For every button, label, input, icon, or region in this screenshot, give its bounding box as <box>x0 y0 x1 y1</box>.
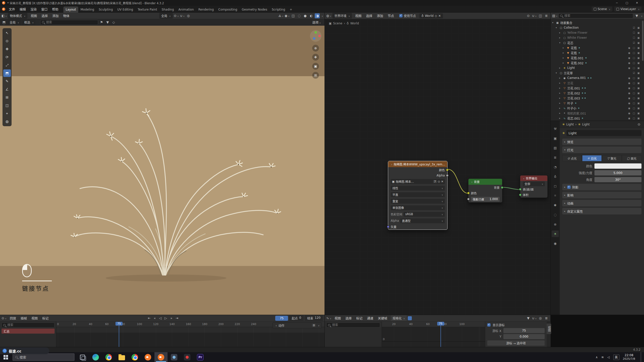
tool-button[interactable]: ✎ <box>3 77 11 85</box>
action-value-field[interactable]: 0 <box>312 324 316 327</box>
expand-arrow-icon[interactable]: ▸ <box>559 67 562 69</box>
menu-item[interactable]: 渲染 <box>28 6 39 13</box>
frame-end-field[interactable]: 结束120 <box>305 315 323 321</box>
use-nodes-checkbox[interactable]: 使用节点 <box>399 14 416 18</box>
shading-wireframe-icon[interactable]: ◌ <box>297 13 302 18</box>
taskbar-app-icon[interactable]: Pr <box>194 352 207 362</box>
filter-funnel-icon[interactable]: ▼ <box>105 20 110 25</box>
properties-tab-icon[interactable]: ⚒ <box>552 125 559 132</box>
expand-arrow-icon[interactable]: ▸ <box>563 62 565 64</box>
image-datablock-field[interactable]: ▣ 拖稀图.稀本… 7 ◇ ✕ <box>391 179 445 184</box>
properties-tab-icon[interactable]: ☀ <box>552 231 559 237</box>
camera-view-icon[interactable]: ▣ <box>312 63 319 70</box>
visibility-toggle-icons[interactable]: ◉ ▢ ▣ <box>628 47 640 49</box>
summary-channel[interactable]: 汇总 <box>2 329 55 334</box>
visibility-toggle-icons[interactable]: ◉ ▢ ▣ <box>628 102 640 105</box>
options-dropdown[interactable]: 选项 <box>310 19 323 26</box>
ime-indicator[interactable]: 英 <box>613 354 619 360</box>
visibility-toggle-icons[interactable]: ◉ ▢ ▣ <box>628 97 640 100</box>
playback-button[interactable]: ◁ <box>158 316 163 321</box>
shading-material-icon[interactable]: ◐ <box>309 13 314 18</box>
visibility-toggle-icons[interactable]: ☐ ▣ <box>633 31 640 34</box>
outliner-row[interactable]: ▸ ▽ 兰花 ◉ ▢ ▣ <box>551 80 641 85</box>
shading-solid-icon[interactable]: ● <box>303 13 308 18</box>
shadow-section-header[interactable]: ▸阴影 <box>562 184 641 190</box>
visibility-toggle-icons[interactable]: ◉ ▢ ▣ <box>628 62 640 64</box>
proportional-editing-icon[interactable]: ◎ <box>538 316 543 321</box>
auto-normalize-toggle[interactable] <box>408 316 412 320</box>
outliner-row[interactable]: ▾ ▢ 花芯 ☑ ▣ <box>551 40 641 45</box>
visibility-toggle-icons[interactable]: ◉ ▢ ▣ <box>628 77 640 79</box>
tool-button[interactable]: ⤢ <box>3 61 11 69</box>
properties-tab-icon[interactable]: ✱ <box>552 202 559 208</box>
pin-icon[interactable]: ⊙ <box>636 122 641 127</box>
preview-section-header[interactable]: ▸预览 <box>562 139 641 145</box>
visibility-toggle-icons[interactable]: ◉ ▢ ▣ <box>628 87 640 89</box>
show-cursor-row[interactable]: 显示游标 <box>487 323 545 327</box>
menu-item[interactable]: 标记 <box>40 315 51 322</box>
expand-arrow-icon[interactable]: ▸ <box>563 52 565 54</box>
outliner-row[interactable]: ▸ ▼ 花苞.001 ∗ ◉ ▢ ▣ <box>551 55 641 60</box>
vector-input-socket[interactable] <box>387 225 389 228</box>
expand-arrow-icon[interactable]: ▸ <box>559 77 562 79</box>
expand-arrow-icon[interactable]: ▸ <box>559 31 562 34</box>
outliner-item-label[interactable]: 兰花.003 <box>567 96 580 100</box>
snap-magnet-icon[interactable]: ∪ <box>180 13 185 18</box>
minimize-button[interactable]: ─ <box>612 0 622 6</box>
outliner-item-label[interactable]: Light <box>567 66 575 70</box>
workspace-tab[interactable]: Scripting <box>269 7 287 13</box>
workspace-tab[interactable]: Modeling <box>78 7 97 13</box>
tool-button[interactable]: ✥ <box>3 45 11 53</box>
tool-button[interactable]: ⟳ <box>3 53 11 61</box>
output-target-dropdown[interactable]: 全部 <box>523 182 545 186</box>
properties-tab-icon[interactable]: ◌ <box>552 211 559 218</box>
workspace-tab[interactable]: Shading <box>159 7 176 13</box>
properties-tab-icon[interactable]: ▤ <box>552 145 559 151</box>
scrollbar[interactable] <box>642 21 643 61</box>
playback-button[interactable]: « <box>152 316 157 321</box>
graph-channels[interactable] <box>325 322 382 347</box>
outliner-item-label[interactable]: 场景集合 <box>560 21 572 25</box>
snap-magnet-icon[interactable]: ∪ <box>532 13 537 18</box>
current-frame-field[interactable]: 75 <box>275 316 288 321</box>
axis-z-dot[interactable] <box>313 37 315 40</box>
properties-tab-icon[interactable]: ⌗ <box>552 192 559 199</box>
taskbar-app-icon[interactable] <box>168 352 181 362</box>
visibility-toggle-icons[interactable]: ◉ ▢ ▣ <box>628 82 640 84</box>
tool-button[interactable]: ⊙ <box>3 37 11 45</box>
playback-button[interactable]: ▷ <box>163 316 168 321</box>
visibility-toggle-icons[interactable]: ◉ ▢ ▣ <box>628 117 640 120</box>
outliner-row[interactable]: ▸ ▼ 花苞 ∗ ◉ ▢ ▣ <box>551 50 641 55</box>
workspace-tab[interactable]: + <box>288 7 295 13</box>
tool-button[interactable]: ◍ <box>3 118 11 125</box>
xray-toggle[interactable]: ◫ <box>291 13 296 18</box>
taskbar-app-icon[interactable] <box>115 352 128 362</box>
axis-x-dot[interactable] <box>318 35 321 37</box>
color-input-socket[interactable] <box>467 192 470 194</box>
menu-item[interactable]: 选择 <box>343 315 354 322</box>
outliner-row[interactable]: ▸ ∿ 花芯.001 ∗ ◉ ▢ ▣ <box>551 116 641 121</box>
cursor-x-field[interactable]: 75 <box>503 328 545 333</box>
outliner-row[interactable]: ▸ ▽ 兰花.001 ∗ ∗ ◉ ▢ ▣ <box>551 85 641 90</box>
pan-icon[interactable]: ✥ <box>312 54 319 61</box>
active-tool-icon[interactable]: ⬒ <box>2 20 7 25</box>
zoom-icon[interactable]: ⊕ <box>312 45 319 52</box>
user-count-badge[interactable]: 7 <box>433 180 437 183</box>
frame-start-field[interactable]: 起点0 <box>289 315 304 321</box>
node-canvas[interactable]: ▣Scene › ♁World 拖稀图.稀本WWW_upscayl_3x_rem… <box>325 19 550 315</box>
node-dropdown[interactable]: 单张图像 <box>391 205 445 210</box>
animation-section-header[interactable]: ▸动画 <box>562 200 641 206</box>
outliner-item-label[interactable]: 相机的家.001 <box>567 111 586 115</box>
menu-item[interactable]: 插帧 <box>18 315 29 322</box>
visibility-toggle-icons[interactable]: ☑ ▣ <box>633 41 640 44</box>
outliner-item-label[interactable]: 花苞.002 <box>571 61 584 65</box>
viewport-3d[interactable]: ◧ 物体模式 视图选择添加物体 全局 ⊙ ∪ ◎ ⟁ ◉ ◫ ◌ ● ◐ ◑ ⬒… <box>0 13 325 315</box>
taskbar-app-icon[interactable] <box>181 352 194 362</box>
menu-item[interactable]: 节点 <box>385 13 396 19</box>
expand-arrow-icon[interactable]: ▸ <box>559 82 562 84</box>
menu-item[interactable]: 选择 <box>39 13 50 19</box>
taskbar-app-icon[interactable] <box>128 352 141 362</box>
volume-icon[interactable]: ◁ <box>607 355 610 359</box>
workspace-tab[interactable]: Sculpting <box>96 7 115 13</box>
strength-field[interactable]: 强度/力度1.000 <box>471 197 500 202</box>
